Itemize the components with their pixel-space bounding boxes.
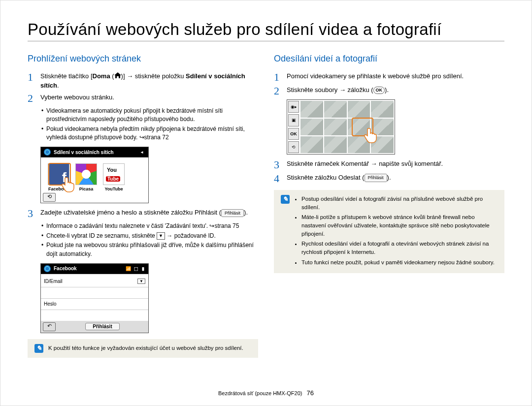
step-number: 2 (28, 93, 36, 104)
sub-item: Pokud videokamera nebyla předtím nikdy p… (41, 125, 258, 142)
id-email-row[interactable]: ID/Email (41, 276, 148, 287)
left-step-1: 1 Stiskněte tlačítko [Doma ()] → stiskně… (28, 72, 258, 90)
return-button[interactable]: ⟲ (288, 141, 299, 153)
screenshot-titlebar: Facebook 📶 ⬚ ▮ (41, 264, 148, 274)
note-list: Postup odesílání videí a fotografií závi… (295, 195, 498, 268)
step-body: Zadejte uživatelské jméno a heslo a stis… (40, 208, 258, 219)
back-button[interactable] (43, 322, 56, 331)
sub-item: Videokamera se automaticky pokusí připoj… (41, 107, 258, 124)
step-body: Pomocí videokamery se přihlaste k webové… (287, 72, 504, 83)
step-body: Stiskněte soubory → záložku (OK). (287, 86, 504, 96)
sub-item: Informace o zadávání textu naleznete v č… (41, 222, 258, 230)
step-body: Stiskněte tlačítko [Doma ()] → stiskněte… (40, 72, 258, 90)
step-body: Stiskněte záložku Odeslat (Přihlásit). (287, 173, 504, 184)
password-row[interactable]: Heslo (41, 299, 148, 310)
filter-video-icon[interactable]: ◉▸ (288, 101, 299, 113)
left-step-2-sublist: Videokamera se automaticky pokusí připoj… (41, 107, 258, 142)
thumbnail[interactable] (324, 119, 347, 135)
dropdown-button[interactable] (137, 279, 145, 284)
thumbnail[interactable] (324, 101, 347, 118)
note-box-right: ✎ Postup odesílání videí a fotografií zá… (274, 190, 504, 273)
thumbnail-grid (300, 101, 394, 153)
screenshot-title: Sdílení v sociálních sítích (54, 150, 114, 155)
thumbnail[interactable] (300, 136, 323, 153)
note-box-left: ✎ K použití této funkce je vyžadován exi… (28, 339, 258, 358)
right-step-2: 2 Stiskněte soubory → záložku (OK). (274, 86, 504, 96)
page-number: 76 (307, 389, 314, 397)
login-button[interactable]: Přihlásit (85, 323, 119, 330)
touch-indicator (352, 118, 373, 136)
note-text: K použití této funkce je vyžadován exist… (48, 344, 243, 353)
step-number: 1 (274, 72, 283, 83)
footer-text: Bezdrátová síť (pouze HMX-QF20) (218, 390, 302, 396)
screenshot-social-share: Sdílení v sociálních sítích ◄ Facebook P… (40, 147, 149, 203)
left-heading: Prohlížení webových stránek (28, 54, 258, 64)
right-step-3: 3 Stiskněte rámeček Komentář → napište s… (274, 159, 504, 170)
left-step-3-sublist: Informace o zadávání textu naleznete v č… (41, 222, 258, 258)
note-item: Postup odesílání videí a fotografií závi… (301, 195, 498, 211)
back-icon[interactable]: ◄ (138, 150, 145, 155)
sub-item: Chcete-li vybrat ID ze seznamu, stisknět… (41, 232, 258, 240)
login-pill-icon: Přihlásit (221, 209, 244, 218)
picasa-icon (75, 163, 97, 185)
page-footer: Bezdrátová síť (pouze HMX-QF20) 76 (0, 389, 532, 397)
right-heading: Odesílání videí a fotografií (274, 54, 504, 64)
app-tile-picasa[interactable]: Picasa (75, 163, 97, 191)
step-number: 3 (28, 208, 36, 219)
id-email-value[interactable] (41, 287, 148, 299)
send-pill-icon: Přihlásit (365, 174, 387, 182)
globe-icon (44, 149, 51, 156)
app-tile-youtube[interactable]: YouTube (103, 163, 125, 191)
note-item: Tuto funkci nelze použít, pokud v paměti… (301, 258, 498, 267)
gallery-side-icons: ◉▸ ▣ OK ⟲ (288, 101, 299, 153)
thumbnail[interactable] (324, 136, 347, 153)
screenshot-titlebar: Sdílení v sociálních sítích ◄ (41, 147, 148, 157)
password-value[interactable] (41, 310, 148, 321)
note-icon: ✎ (281, 195, 290, 204)
screenshot-login: Facebook 📶 ⬚ ▮ ID/Email Heslo Př (40, 263, 149, 333)
columns: Prohlížení webových stránek 1 Stiskněte … (28, 49, 504, 358)
manual-page: Používání webových služeb pro sdílení vi… (0, 0, 532, 406)
login-footer: Přihlásit (41, 321, 148, 333)
left-step-3: 3 Zadejte uživatelské jméno a heslo a st… (28, 208, 258, 219)
wifi-status-icons: 📶 ⬚ ▮ (126, 266, 145, 271)
step-number: 4 (274, 173, 283, 184)
left-step-2: 2 Vyberte webovou stránku. (28, 93, 258, 104)
right-column: Odesílání videí a fotografií 1 Pomocí vi… (274, 49, 504, 358)
step-number: 3 (274, 159, 283, 170)
sub-item: Pokud jste na webovou stránku přihlašova… (41, 241, 258, 258)
return-button[interactable] (43, 193, 56, 202)
note-item: Rychlost odesílání videí a fotografií a … (301, 240, 498, 256)
step-number: 1 (28, 72, 36, 90)
ok-button[interactable]: OK (288, 128, 299, 140)
thumbnail[interactable] (348, 101, 370, 118)
right-step-4: 4 Stiskněte záložku Odeslat (Přihlásit). (274, 173, 504, 184)
page-title: Používání webových služeb pro sdílení vi… (28, 20, 504, 39)
step-body: Vyberte webovou stránku. (40, 93, 258, 104)
note-item: Máte-li potíže s přístupem k webové strá… (301, 213, 498, 238)
note-icon: ✎ (34, 344, 43, 353)
screenshot-gallery: ◉▸ ▣ OK ⟲ (287, 99, 395, 155)
youtube-icon (103, 163, 125, 185)
title-divider (28, 41, 504, 41)
filter-photo-icon[interactable]: ▣ (288, 114, 299, 126)
left-column: Prohlížení webových stránek 1 Stiskněte … (28, 49, 258, 358)
right-step-1: 1 Pomocí videokamery se přihlaste k webo… (274, 72, 504, 83)
ok-pill-icon: OK (373, 87, 385, 94)
dropdown-icon (157, 232, 165, 240)
globe-icon (44, 265, 51, 272)
touch-indicator (48, 163, 71, 186)
thumbnail[interactable] (371, 101, 394, 118)
thumbnail[interactable] (300, 119, 323, 135)
screenshot-title: Facebook (54, 266, 77, 271)
step-body: Stiskněte rámeček Komentář → napište svů… (287, 159, 504, 170)
step-number: 2 (274, 86, 283, 96)
home-icon (114, 72, 121, 81)
login-form: ID/Email Heslo Přihlásit (41, 274, 148, 333)
thumbnail[interactable] (300, 101, 323, 118)
